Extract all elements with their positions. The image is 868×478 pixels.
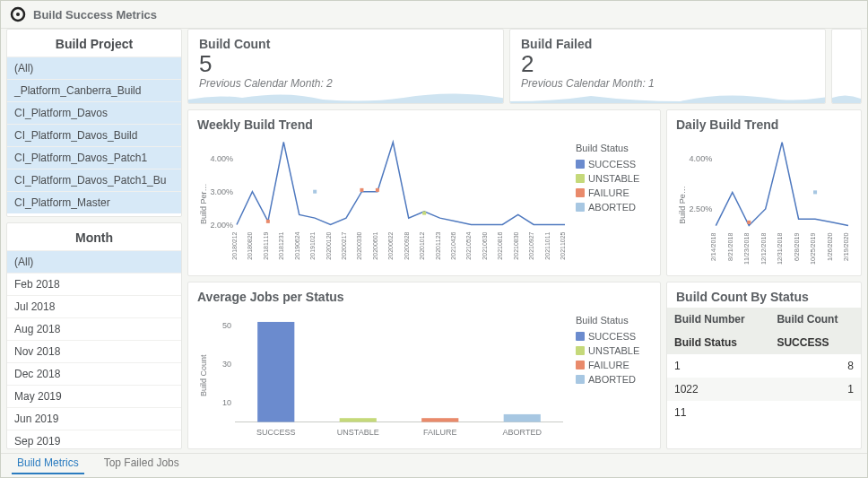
- svg-text:20210426: 20210426: [450, 231, 456, 259]
- list-item[interactable]: May 2019: [7, 385, 181, 407]
- sparkline-icon: [510, 87, 826, 103]
- filter-title: Build Project: [7, 33, 181, 56]
- list-item[interactable]: Aug 2018: [7, 317, 181, 340]
- svg-text:FAILURE: FAILURE: [423, 428, 457, 437]
- svg-text:12/31/2018: 12/31/2018: [777, 233, 783, 265]
- card-daily-build-trend: Daily Build Trend Build Pe… 2.50%4.00%2/…: [666, 109, 862, 276]
- svg-text:ABORTED: ABORTED: [503, 428, 542, 437]
- svg-text:20200330: 20200330: [356, 231, 362, 259]
- legend-item[interactable]: FAILURE: [576, 186, 651, 200]
- chart-daily[interactable]: 2.50%4.00%2/14/20188/21/201811/23/201812…: [689, 135, 852, 274]
- main: Build Project (All)_Platform_Canberra_Bu…: [1, 29, 867, 453]
- svg-text:20180212: 20180212: [231, 231, 238, 259]
- sparkline-icon: [188, 87, 504, 103]
- sheet-tab[interactable]: Build Metrics: [12, 453, 84, 474]
- topbar: Build Success Metrics: [1, 1, 867, 29]
- cell-build-number: 1022: [667, 378, 769, 401]
- table-row[interactable]: 18: [667, 354, 861, 378]
- legend-swatch-icon: [576, 346, 585, 355]
- list-item[interactable]: Jul 2018: [7, 295, 181, 317]
- legend-item[interactable]: UNSTABLE: [576, 171, 651, 186]
- svg-text:20200622: 20200622: [387, 231, 394, 259]
- list-item[interactable]: Feb 2018: [7, 273, 181, 295]
- legend-label: SUCCESS: [588, 159, 636, 169]
- list-item[interactable]: _Platform_Canberra_Build: [7, 79, 181, 101]
- svg-text:12/12/2018: 12/12/2018: [760, 233, 767, 265]
- list-item[interactable]: CI_Platform_Master: [7, 191, 181, 213]
- legend-item[interactable]: FAILURE: [576, 358, 651, 372]
- list-item[interactable]: Sep 2019: [7, 430, 181, 449]
- legend-item[interactable]: ABORTED: [576, 372, 651, 387]
- svg-text:4.00%: 4.00%: [210, 154, 233, 163]
- legend-label: UNSTABLE: [588, 173, 639, 184]
- legend-weekly: Build Status SUCCESSUNSTABLEFAILUREABORT…: [576, 135, 651, 273]
- list-item[interactable]: (All): [7, 250, 181, 273]
- kpi-build-count[interactable]: Build Count 5 Previous Calendar Month: 2: [187, 29, 504, 104]
- card-title: Weekly Build Trend: [197, 117, 651, 132]
- legend-swatch-icon: [576, 188, 585, 197]
- legend-label: ABORTED: [588, 374, 636, 385]
- table-row[interactable]: 11: [667, 401, 861, 424]
- chart-weekly[interactable]: 2.00%3.00%4.00%2018021220180820201811192…: [210, 135, 569, 273]
- list-item[interactable]: CI_Platform_Davos_Patch1: [7, 146, 181, 169]
- table-row[interactable]: 10221: [667, 378, 861, 401]
- list-item[interactable]: CI_Platform_Davos_Patch1_Bu: [7, 169, 181, 191]
- svg-text:20200601: 20200601: [372, 231, 378, 259]
- cell-status-value: SUCCESS: [769, 331, 861, 354]
- svg-text:20200217: 20200217: [341, 231, 347, 259]
- kpi-value: 2: [521, 51, 814, 77]
- filter-build-project: Build Project (All)_Platform_Canberra_Bu…: [6, 29, 182, 217]
- svg-text:8/21/2018: 8/21/2018: [727, 233, 733, 261]
- legend-label: UNSTABLE: [588, 345, 639, 356]
- card-weekly-build-trend: Weekly Build Trend Build Per… 2.00%3.00%…: [187, 109, 661, 276]
- legend-item[interactable]: SUCCESS: [576, 157, 651, 171]
- kpi-build-failed[interactable]: Build Failed 2 Previous Calendar Month: …: [509, 29, 826, 104]
- card-title: Average Jobs per Status: [197, 290, 651, 304]
- list-item[interactable]: (All): [7, 56, 181, 79]
- kpi-value: 5: [199, 51, 492, 77]
- legend-swatch-icon: [576, 203, 585, 212]
- svg-rect-6: [266, 220, 270, 223]
- content: Build Count 5 Previous Calendar Month: 2…: [187, 29, 862, 449]
- col-build-number[interactable]: Build Number: [667, 308, 769, 331]
- legend-label: FAILURE: [588, 187, 629, 198]
- list-item[interactable]: Dec 2018: [7, 362, 181, 385]
- kpi-row: Build Count 5 Previous Calendar Month: 2…: [187, 29, 862, 104]
- svg-text:6/28/2019: 6/28/2019: [794, 233, 800, 261]
- row-avg-status: Average Jobs per Status Build Count 1030…: [187, 282, 862, 449]
- svg-rect-35: [813, 190, 817, 194]
- list-item[interactable]: Jun 2019: [7, 407, 181, 430]
- svg-rect-53: [421, 418, 458, 422]
- filter-title: Month: [7, 227, 181, 250]
- chart-avg[interactable]: 103050SUCCESSUNSTABLEFAILUREABORTED: [210, 308, 569, 443]
- svg-text:20211011: 20211011: [544, 231, 551, 259]
- svg-text:4.00%: 4.00%: [689, 154, 712, 163]
- cell-build-count: 8: [769, 354, 861, 378]
- legend-item[interactable]: UNSTABLE: [576, 343, 651, 358]
- svg-rect-51: [340, 418, 377, 422]
- axis-y-label: Build Count: [197, 308, 210, 443]
- card-build-count-by-status: Build Count By Status Build Status SUCCE…: [666, 282, 862, 449]
- svg-text:3.00%: 3.00%: [210, 187, 233, 196]
- table-build-count[interactable]: Build Status SUCCESS Build Number Build …: [667, 308, 861, 424]
- sheet-tab[interactable]: Top Failed Jobs: [99, 453, 185, 474]
- card-title: Build Count By Status: [667, 290, 861, 304]
- axis-y-label: Build Per…: [197, 135, 210, 273]
- svg-rect-5: [422, 212, 426, 215]
- list-item[interactable]: CI_Platform_Davos: [7, 101, 181, 124]
- legend-item[interactable]: SUCCESS: [576, 329, 651, 343]
- kpi-overflow[interactable]: [831, 29, 862, 104]
- svg-text:20210927: 20210927: [528, 231, 534, 259]
- svg-text:10/25/2019: 10/25/2019: [810, 233, 816, 265]
- list-item[interactable]: Nov 2018: [7, 340, 181, 362]
- svg-text:2/19/2020: 2/19/2020: [843, 233, 849, 261]
- col-build-count[interactable]: Build Count: [769, 308, 861, 331]
- card-title: Daily Build Trend: [676, 117, 852, 132]
- legend-item[interactable]: ABORTED: [576, 200, 651, 214]
- svg-text:10: 10: [222, 398, 231, 407]
- card-avg-jobs: Average Jobs per Status Build Count 1030…: [187, 282, 661, 449]
- svg-text:20180820: 20180820: [247, 231, 253, 259]
- svg-text:20181119: 20181119: [263, 231, 269, 259]
- list-item[interactable]: CI_Platform_Davos_Build: [7, 124, 181, 146]
- cell-status-label: Build Status: [667, 331, 769, 354]
